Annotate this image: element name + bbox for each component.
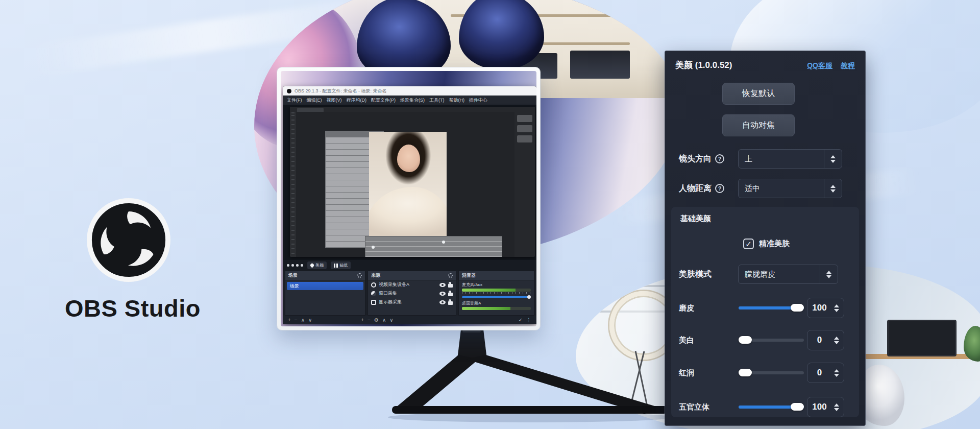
add-source-button[interactable]: + <box>361 317 364 323</box>
face-3d-value[interactable]: 100 <box>807 397 844 417</box>
beauty-panel: 美颜 (1.0.0.52) QQ客服 教程 恢复默认 自动对焦 镜头方向 ? 上… <box>665 51 866 426</box>
menu-tools[interactable]: 工具(T) <box>429 97 445 104</box>
smoothing-slider[interactable] <box>739 306 804 309</box>
skin-mode-select[interactable]: 朦胧磨皮 <box>738 265 838 284</box>
remove-scene-button[interactable]: − <box>295 317 298 323</box>
source-row[interactable]: 窗口采集 <box>368 289 456 298</box>
window-capture-icon <box>371 291 376 296</box>
display-capture-icon <box>371 300 376 305</box>
source-down-button[interactable]: ∨ <box>389 317 393 323</box>
scene-up-button[interactable]: ∧ <box>301 317 305 323</box>
whitening-slider[interactable] <box>739 339 804 342</box>
monitor-screen: OBS 29.1.3 - 配置文件: 未命名 - 场景: 未命名 文件(F) 编… <box>281 71 536 326</box>
value-spinner[interactable] <box>831 369 842 377</box>
photo-gaming-chair <box>459 0 544 70</box>
source-row[interactable]: 显示器采集 <box>368 298 456 306</box>
menu-view[interactable]: 视图(V) <box>327 97 342 104</box>
menu-profile[interactable]: 配置文件(P) <box>371 97 396 104</box>
value-spinner[interactable] <box>831 337 842 344</box>
obs-logo-icon <box>86 197 172 283</box>
menu-file[interactable]: 文件(F) <box>287 97 302 104</box>
confirm-button[interactable]: ✓ <box>519 317 523 323</box>
more-button[interactable]: ⋮ <box>526 317 531 323</box>
source-up-button[interactable]: ∧ <box>382 317 386 323</box>
face-3d-label: 五官立体 <box>679 397 709 417</box>
ps-tab-bar <box>290 107 535 112</box>
help-icon[interactable]: ? <box>715 154 724 163</box>
rosy-value[interactable]: 0 <box>807 363 844 383</box>
person-distance-label: 人物距离 ? <box>679 179 724 198</box>
scene-down-button[interactable]: ∨ <box>308 317 312 323</box>
menu-docks[interactable]: 程序坞(D) <box>347 97 367 104</box>
qq-support-link[interactable]: QQ客服 <box>807 61 832 70</box>
brand-title: OBS Studio <box>31 294 235 322</box>
scene-item-selected[interactable]: 场景 <box>287 282 363 290</box>
menu-edit[interactable]: 编辑(E) <box>307 97 322 104</box>
value-spinner[interactable] <box>831 304 842 312</box>
ps-right-panels <box>514 112 535 257</box>
mixer-dock: 混音器 麦克风/Aux 桌面音频A <box>458 271 534 316</box>
remove-source-button[interactable]: − <box>368 317 371 323</box>
dock-tab-beauty[interactable]: 美颜 <box>307 261 327 269</box>
source-row[interactable]: 视频采集设备A <box>368 280 456 289</box>
lock-icon[interactable] <box>448 293 453 296</box>
help-icon[interactable]: ? <box>715 184 724 193</box>
menu-plugin-center[interactable]: 插件中心 <box>469 97 487 104</box>
portrait-photo <box>369 132 447 238</box>
monitor-stand <box>378 329 674 424</box>
pin-icon <box>310 263 315 268</box>
smoothing-value[interactable]: 100 <box>807 298 844 318</box>
sources-dock-header: 来源 <box>368 271 456 280</box>
reset-defaults-button[interactable]: 恢复默认 <box>722 83 795 105</box>
visibility-eye-icon[interactable] <box>439 292 446 296</box>
lock-icon[interactable] <box>448 301 453 305</box>
smoothing-label: 磨皮 <box>679 298 694 318</box>
beauty-panel-title: 美颜 (1.0.0.52) <box>675 59 732 71</box>
photoshop-capture <box>290 107 535 257</box>
tutorial-link[interactable]: 教程 <box>841 61 855 70</box>
select-spinner[interactable] <box>820 265 838 283</box>
audio-meter <box>462 289 531 292</box>
add-scene-button[interactable]: + <box>288 317 291 323</box>
menu-scene-collection[interactable]: 场景集合(S) <box>400 97 425 104</box>
camera-icon <box>371 282 376 288</box>
status-dots <box>287 264 303 267</box>
visibility-eye-icon[interactable] <box>439 300 446 304</box>
section-title: 基础美颜 <box>680 214 711 224</box>
obs-window: OBS 29.1.3 - 配置文件: 未命名 - 场景: 未命名 文件(F) 编… <box>283 86 536 324</box>
precise-skin-checkbox[interactable]: ✓ <box>743 239 754 249</box>
basic-beauty-section: 基础美颜 ✓ 精准美肤 美肤模式 朦胧磨皮 磨皮 100 美 <box>671 207 859 417</box>
photo-monitor <box>570 51 630 79</box>
lock-icon[interactable] <box>448 284 453 288</box>
menu-help[interactable]: 帮助(H) <box>449 97 465 104</box>
rosy-slider[interactable] <box>739 371 804 374</box>
whitening-label: 美白 <box>679 330 694 350</box>
obs-app-icon <box>287 89 291 93</box>
gear-icon[interactable] <box>448 273 453 278</box>
gear-icon[interactable] <box>357 273 362 278</box>
dock-tab-sticker[interactable]: 贴纸 <box>331 261 351 269</box>
scenes-dock: 场景 场景 <box>285 271 365 316</box>
columns-icon <box>334 264 338 268</box>
whitening-value[interactable]: 0 <box>807 330 844 350</box>
source-settings-button[interactable]: ⚙ <box>374 317 379 323</box>
obs-titlebar: OBS 29.1.3 - 配置文件: 未命名 - 场景: 未命名 <box>283 86 536 96</box>
precise-skin-label: 精准美肤 <box>759 239 790 249</box>
select-spinner[interactable] <box>824 150 842 168</box>
lens-direction-label: 镜头方向 ? <box>679 149 724 169</box>
person-distance-select[interactable]: 适中 <box>738 179 842 198</box>
mixer-channel: 麦克风/Aux <box>459 280 534 299</box>
obs-window-title: OBS 29.1.3 - 配置文件: 未命名 - 场景: 未命名 <box>295 88 387 94</box>
lens-direction-select[interactable]: 上 <box>738 149 842 169</box>
visibility-eye-icon[interactable] <box>439 283 446 287</box>
obs-preview <box>283 105 536 260</box>
face-3d-slider[interactable] <box>739 406 804 409</box>
mixer-dock-header: 混音器 <box>459 271 534 280</box>
audio-meter <box>462 307 531 310</box>
dock-toolbar: + − ∧ ∨ + − ⚙ ∧ ∨ ✓ ⋮ <box>283 316 536 324</box>
value-spinner[interactable] <box>831 403 842 411</box>
volume-slider[interactable] <box>462 295 531 299</box>
precise-skin-row: ✓ 精准美肤 <box>743 239 790 249</box>
select-spinner[interactable] <box>824 179 842 198</box>
autofocus-button[interactable]: 自动对焦 <box>722 114 795 136</box>
